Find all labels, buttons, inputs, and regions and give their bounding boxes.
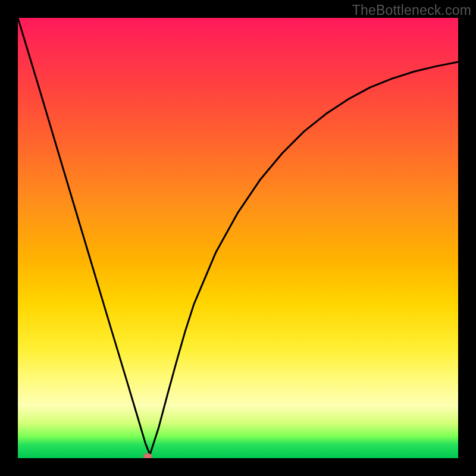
optimum-marker	[143, 453, 152, 458]
plot-area	[18, 18, 458, 458]
bottleneck-curve-path	[18, 18, 458, 455]
watermark-text: TheBottleneck.com	[352, 2, 471, 18]
chart-frame: TheBottleneck.com	[0, 0, 476, 476]
svg-point-0	[143, 453, 152, 458]
curve-svg	[18, 18, 458, 458]
